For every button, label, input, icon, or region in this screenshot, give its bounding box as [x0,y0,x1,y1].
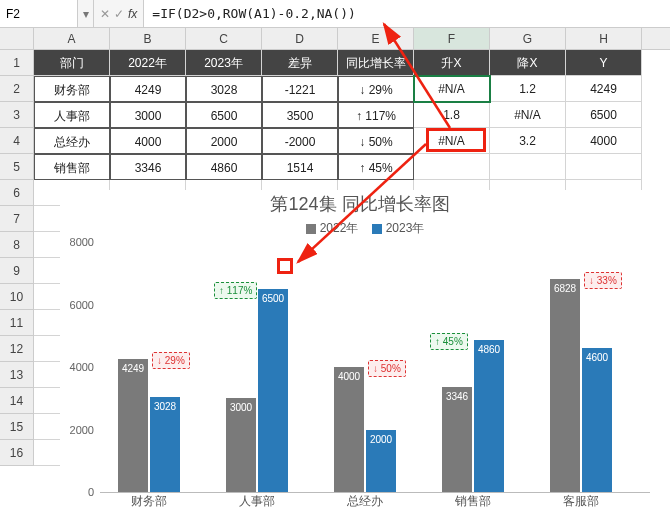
cancel-icon[interactable]: ✕ [100,7,110,21]
bar-label: 2000 [366,434,396,445]
cell[interactable] [566,154,642,180]
row-header[interactable]: 10 [0,284,34,310]
cell[interactable]: 3000 [110,102,186,128]
bar[interactable]: 4000 [334,367,364,492]
bar-label: 6500 [258,293,288,304]
row-header[interactable]: 13 [0,362,34,388]
cell[interactable]: 总经办 [34,128,110,154]
cell[interactable]: 财务部 [34,76,110,102]
row-header[interactable]: 15 [0,414,34,440]
row-header[interactable]: 5 [0,154,34,180]
column-header-c[interactable]: C [186,28,262,49]
cell[interactable]: 同比增长率 [338,50,414,76]
bar-label: 3346 [442,391,472,402]
cell[interactable]: #N/A [414,76,490,102]
bar[interactable]: 2000 [366,430,396,493]
cell[interactable]: 1.2 [490,76,566,102]
cell[interactable] [490,154,566,180]
bar-group: 40002000 [320,367,410,492]
bar[interactable]: 3346 [442,387,472,492]
column-header-e[interactable]: E [338,28,414,49]
row-header[interactable]: 7 [0,206,34,232]
column-header-h[interactable]: H [566,28,642,49]
row-header[interactable]: 16 [0,440,34,466]
row-header[interactable]: 3 [0,102,34,128]
cell[interactable]: ↑ 117% [338,102,414,128]
formula-input[interactable]: =IF(D2>0,ROW(A1)-0.2,NA()) [144,0,670,27]
column-header-f[interactable]: F [414,28,490,49]
bar[interactable]: 6500 [258,289,288,492]
cell[interactable]: 6500 [566,102,642,128]
row-header[interactable]: 8 [0,232,34,258]
enter-icon[interactable]: ✓ [114,7,124,21]
cell[interactable]: 3.2 [490,128,566,154]
column-header-d[interactable]: D [262,28,338,49]
row-header[interactable]: 6 [0,180,34,206]
bar[interactable]: 3000 [226,398,256,492]
cell[interactable]: 6500 [186,102,262,128]
row-header[interactable]: 11 [0,310,34,336]
cell[interactable]: 4000 [110,128,186,154]
column-header-a[interactable]: A [34,28,110,49]
cell[interactable]: 4249 [110,76,186,102]
cell[interactable]: ↑ 45% [338,154,414,180]
cell[interactable]: 差异 [262,50,338,76]
cell[interactable]: 1.8 [414,102,490,128]
bar[interactable]: 4860 [474,340,504,492]
cell[interactable]: 2000 [186,128,262,154]
cell[interactable]: 3028 [186,76,262,102]
cell[interactable]: #N/A [490,102,566,128]
cell[interactable]: Y [566,50,642,76]
row-header[interactable]: 1 [0,50,34,76]
bar[interactable]: 3028 [150,397,180,492]
cell[interactable]: 部门 [34,50,110,76]
x-category-label: 财务部 [104,493,194,510]
row-header[interactable]: 2 [0,76,34,102]
column-headers: ABCDEFGH [0,28,670,50]
x-category-label: 销售部 [428,493,518,510]
pct-badge: ↓ 50% [368,360,406,377]
cell[interactable]: #N/A [414,128,490,154]
bar-group: 42493028 [104,359,194,492]
y-tick: 0 [64,486,94,498]
cell[interactable]: 人事部 [34,102,110,128]
cell[interactable]: 4249 [566,76,642,102]
cell[interactable]: 降X [490,50,566,76]
cell[interactable]: -1221 [262,76,338,102]
row-header[interactable]: 12 [0,336,34,362]
formula-bar: F2 ▾ ✕ ✓ fx =IF(D2>0,ROW(A1)-0.2,NA()) [0,0,670,28]
cell[interactable]: 销售部 [34,154,110,180]
cell[interactable]: 2023年 [186,50,262,76]
bar[interactable]: 4600 [582,348,612,492]
cell[interactable]: 1514 [262,154,338,180]
bar-label: 3000 [226,402,256,413]
pct-badge: ↑ 45% [430,333,468,350]
chart[interactable]: 第124集 同比增长率图 2022年 2023年 020004000600080… [60,190,660,510]
row-header[interactable]: 4 [0,128,34,154]
cell[interactable] [414,154,490,180]
column-header-b[interactable]: B [110,28,186,49]
cell[interactable]: 4000 [566,128,642,154]
name-box-dropdown-icon[interactable]: ▾ [78,0,94,27]
row-header[interactable]: 9 [0,258,34,284]
cell[interactable]: 升X [414,50,490,76]
cell[interactable]: ↓ 50% [338,128,414,154]
chart-plot-area: 0200040006000800042493028财务部↓ 29%3000650… [100,243,650,493]
row-header[interactable]: 14 [0,388,34,414]
formula-buttons: ✕ ✓ fx [94,0,144,27]
cell[interactable]: 3500 [262,102,338,128]
cell[interactable]: 4860 [186,154,262,180]
cell[interactable]: ↓ 29% [338,76,414,102]
chart-title: 第124集 同比增长率图 [60,190,660,220]
bar[interactable]: 4249 [118,359,148,492]
cell[interactable]: 2022年 [110,50,186,76]
bar-label: 4600 [582,352,612,363]
column-header-g[interactable]: G [490,28,566,49]
bar[interactable]: 6828 [550,279,580,492]
cell[interactable]: 3346 [110,154,186,180]
select-all-corner[interactable] [0,28,34,49]
name-box[interactable]: F2 [0,0,78,27]
x-category-label: 人事部 [212,493,302,510]
cell[interactable]: -2000 [262,128,338,154]
fx-icon[interactable]: fx [128,7,137,21]
